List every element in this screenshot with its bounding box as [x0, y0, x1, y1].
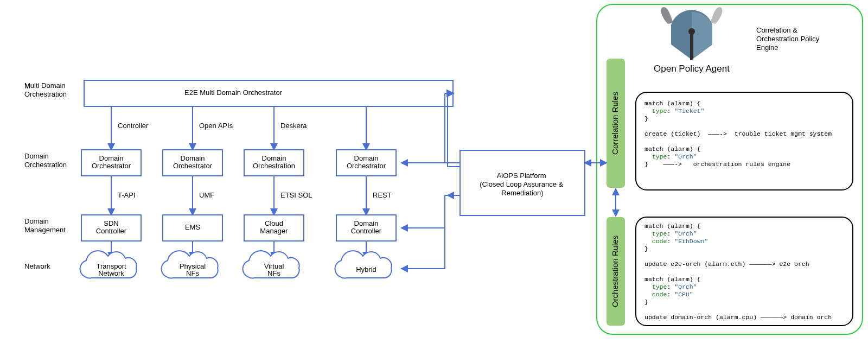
- edge2-label-3: REST: [373, 191, 392, 199]
- svg-text:match (alarm) {: match (alarm) {: [644, 276, 701, 283]
- svg-text:update domain-orch (alarm.cpu): update domain-orch (alarm.cpu) ——————> d…: [644, 314, 832, 321]
- svg-text:type: "Ticket": type: "Ticket": [644, 107, 704, 115]
- column-2: DeskeraDomainOrchestrationETSI SOLCloudM…: [242, 106, 312, 278]
- e2e-orchestrator-label: E2E Multi Domain Orchestrator: [184, 88, 283, 97]
- svg-text:code: "CPU": code: "CPU": [644, 291, 693, 298]
- edge2-label-2: ETSI SOL: [280, 191, 312, 199]
- mgmt-box-1-label: EMS: [185, 223, 201, 231]
- correlation-rules-label: Correlation Rules: [610, 92, 620, 155]
- orchestration-rules-label: Orchestration Rules: [610, 236, 620, 308]
- row-label-domain: DomainOrchestration: [24, 152, 67, 169]
- row-label-mgmt: DomainManagement: [24, 217, 66, 234]
- svg-text:}: }: [644, 115, 648, 122]
- row-label-multi: Multi DomainOrchestration: [24, 81, 67, 98]
- edge2-label-0: T-API: [118, 191, 136, 199]
- svg-text:type: "Orch": type: "Orch": [644, 153, 697, 160]
- svg-text:code: "EthDown": code: "EthDown": [644, 238, 708, 245]
- row-label-network: Network: [24, 262, 50, 270]
- cloud-3-label: Hybrid: [356, 265, 376, 274]
- mgmt-box-3-label: DomainController: [351, 219, 382, 235]
- column-3: DomainOrchestratorRESTDomainControllerHy…: [335, 106, 396, 278]
- svg-rect-22: [690, 31, 693, 60]
- svg-text:match (alarm) {: match (alarm) {: [644, 145, 701, 153]
- column-0: ControllerDomainOrchestratorT-APISDNCont…: [80, 106, 149, 278]
- svg-text:create (ticket)  ———->  troubl: create (ticket) ———-> trouble ticket mgm…: [644, 130, 832, 137]
- cloud-0-label: TransportNetwork: [96, 262, 126, 277]
- svg-text:match (alarm) {: match (alarm) {: [644, 223, 701, 230]
- svg-text:type: "Orch": type: "Orch": [644, 230, 697, 237]
- svg-text:}: }: [644, 245, 648, 252]
- opa-logo: Open Policy Agent: [652, 5, 733, 75]
- opa-label: Open Policy Agent: [654, 63, 730, 74]
- edge1-label-0: Controller: [118, 122, 149, 130]
- svg-text:update e2e-orch (alarm.eth) ——: update e2e-orch (alarm.eth) ——————> e2e …: [644, 261, 809, 268]
- svg-text:}: }: [644, 298, 648, 306]
- edge1-label-1: Open APIs: [199, 122, 233, 130]
- svg-text:match (alarm) {: match (alarm) {: [644, 100, 701, 107]
- cloud-3: [335, 251, 391, 278]
- svg-text:type: "Orch": type: "Orch": [644, 283, 697, 290]
- edge2-label-1: UMF: [199, 191, 214, 199]
- column-1: Open APIsDomainOrchestratorUMFEMSPhysica…: [161, 106, 233, 278]
- edge1-label-2: Deskera: [280, 122, 307, 130]
- svg-text:}    ———->   orchestration rul: } ———-> orchestration rules engine: [644, 161, 790, 168]
